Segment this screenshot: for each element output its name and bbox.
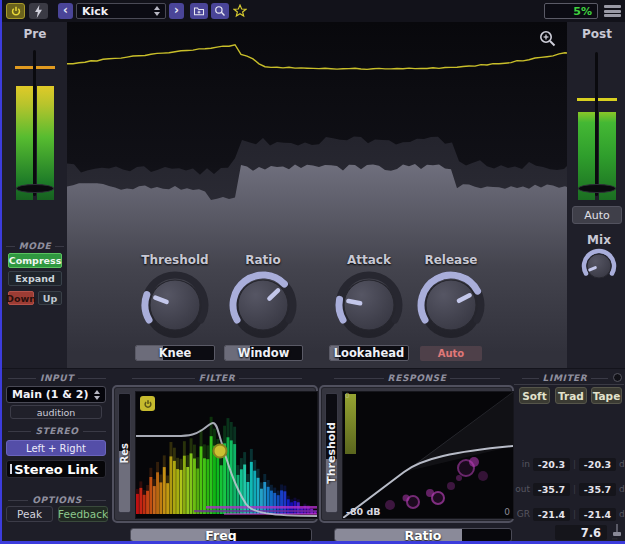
stereo-link-fill bbox=[10, 464, 12, 474]
lightning-icon bbox=[33, 5, 44, 18]
release-auto-button[interactable]: Auto bbox=[420, 346, 482, 361]
pre-meter-label: Pre bbox=[10, 27, 60, 41]
folder-plus-icon bbox=[193, 5, 205, 17]
mode-up-button[interactable]: Up bbox=[38, 291, 62, 305]
bottom-section: INPUT FILTER RESPONSE LIMITER Main (1 & … bbox=[2, 368, 625, 544]
filter-spectrum-display[interactable] bbox=[135, 391, 318, 519]
preset-next-button[interactable]: › bbox=[169, 3, 184, 19]
knee-slider-button[interactable]: Knee bbox=[135, 345, 215, 361]
power-button[interactable] bbox=[6, 3, 25, 19]
stereo-link-slider[interactable]: Stereo Link bbox=[6, 460, 106, 478]
cpu-meter: 5% bbox=[544, 3, 598, 19]
limiter-indicator-dot[interactable] bbox=[613, 373, 622, 382]
threshold-vertical-slider[interactable]: Threshold bbox=[325, 393, 338, 513]
mode-compress-button[interactable]: Compress bbox=[8, 253, 62, 268]
updown-arrows-icon bbox=[94, 390, 100, 400]
next-chevron-icon: › bbox=[174, 4, 179, 18]
ratio-knob[interactable] bbox=[227, 269, 299, 341]
filter-power-button[interactable] bbox=[140, 396, 155, 411]
hamburger-icon bbox=[604, 5, 621, 8]
post-meter[interactable] bbox=[576, 48, 618, 200]
post-auto-button[interactable]: Auto bbox=[572, 206, 622, 224]
freq-slider-label: Freq bbox=[131, 529, 311, 541]
freq-slider[interactable]: Freq bbox=[130, 528, 312, 542]
preset-selector[interactable]: Kick bbox=[76, 3, 166, 19]
filter-panel-frame: Res bbox=[112, 385, 318, 523]
limiter-in-row: in -20.3 | -20.3 dB bbox=[514, 457, 625, 471]
cpu-value: 5% bbox=[573, 5, 592, 18]
titlebar: ‹ Kick › 5% bbox=[2, 0, 625, 22]
peak-button[interactable]: Peak bbox=[6, 506, 53, 522]
feedback-button[interactable]: Feedback bbox=[58, 506, 108, 522]
input-section-header: INPUT bbox=[8, 373, 106, 383]
response-panel-frame: Threshold 0 -80 dB 0 bbox=[319, 385, 514, 523]
limiter-gr-left-value: -21.4 bbox=[533, 508, 570, 521]
input-source-dropdown[interactable]: Main (1 & 2) bbox=[6, 386, 106, 403]
response-zero-top-label: 0 bbox=[345, 392, 349, 400]
post-meter-label: Post bbox=[572, 27, 622, 41]
response-section-header: RESPONSE bbox=[334, 373, 500, 383]
power-icon bbox=[10, 5, 22, 17]
pre-meter-bar-right bbox=[37, 86, 54, 200]
pre-meter[interactable] bbox=[14, 50, 56, 200]
mix-knob[interactable] bbox=[579, 246, 619, 286]
limiter-out-left-value: -35.7 bbox=[533, 483, 570, 496]
limiter-divider bbox=[514, 384, 624, 385]
ratio-slider[interactable]: Ratio bbox=[334, 528, 512, 542]
plugin-window: ‹ Kick › 5% bbox=[0, 0, 625, 544]
post-gain-slider-track[interactable] bbox=[595, 52, 598, 196]
mix-knob-label: Mix bbox=[574, 233, 624, 247]
pre-meter-bar-left bbox=[16, 86, 33, 200]
preset-prev-button[interactable]: ‹ bbox=[58, 3, 73, 19]
main-display-panel: Threshold Ratio Attack Release bbox=[67, 22, 567, 368]
pre-gain-slider-handle[interactable] bbox=[16, 184, 54, 193]
limiter-section-header: LIMITER bbox=[522, 373, 608, 383]
attack-knob[interactable] bbox=[333, 269, 405, 341]
updown-arrows-icon bbox=[154, 6, 160, 16]
ratio-slider-label: Ratio bbox=[335, 529, 511, 541]
response-db-max-label: 0 bbox=[504, 507, 510, 517]
release-knob[interactable] bbox=[415, 269, 487, 341]
limiter-trad-button[interactable]: Trad bbox=[555, 387, 587, 404]
save-preset-button[interactable] bbox=[190, 3, 208, 19]
limiter-out-right-value: -35.7 bbox=[579, 483, 616, 496]
preset-search-button[interactable] bbox=[211, 3, 229, 19]
stereo-mode-button[interactable]: Left + Right bbox=[6, 440, 106, 456]
menu-button[interactable] bbox=[604, 4, 621, 18]
limiter-soft-button[interactable]: Soft bbox=[519, 387, 550, 404]
limiter-out-row: out -35.7 | -35.7 dB bbox=[514, 482, 625, 496]
preset-name: Kick bbox=[82, 5, 108, 18]
limiter-gr-right-value: -21.4 bbox=[579, 508, 616, 521]
response-curve-display[interactable]: 0 -80 dB 0 bbox=[342, 391, 514, 519]
limiter-release-mini-slider[interactable]: ··· bbox=[611, 524, 623, 541]
post-gain-slider-handle[interactable] bbox=[578, 184, 616, 193]
res-slider-label: Res bbox=[119, 443, 130, 463]
stereo-section-header: STEREO bbox=[8, 426, 106, 436]
limiter-tape-button[interactable]: Tape bbox=[591, 387, 622, 404]
mode-section-header: MODE bbox=[6, 241, 64, 251]
threshold-knob[interactable] bbox=[139, 269, 211, 341]
ratio-knob-label: Ratio bbox=[213, 253, 313, 267]
threshold-slider-label: Threshold bbox=[325, 422, 338, 484]
options-section-header: OPTIONS bbox=[8, 495, 106, 505]
mode-expand-button[interactable]: Expand bbox=[8, 271, 62, 286]
response-db-min-label: -80 dB bbox=[346, 506, 381, 517]
power-icon bbox=[143, 399, 153, 409]
release-knob-label: Release bbox=[401, 253, 501, 267]
scope-zoom-icon[interactable] bbox=[539, 30, 557, 48]
window-slider-button[interactable]: Window bbox=[224, 345, 303, 361]
limiter-in-left-value: -20.3 bbox=[533, 458, 570, 471]
search-icon bbox=[214, 5, 226, 17]
limiter-release-value[interactable]: 7.6 bbox=[555, 525, 607, 540]
favorite-button[interactable] bbox=[231, 3, 249, 19]
star-icon bbox=[233, 4, 247, 18]
threshold-knob-label: Threshold bbox=[125, 253, 225, 267]
mode-down-button[interactable]: Down bbox=[8, 291, 34, 305]
audition-button[interactable]: audition bbox=[10, 405, 102, 419]
lookahead-slider-button[interactable]: Lookahead bbox=[329, 345, 409, 361]
pre-gain-slider-track[interactable] bbox=[33, 50, 36, 196]
limiter-in-right-value: -20.3 bbox=[579, 458, 616, 471]
res-vertical-slider[interactable]: Res bbox=[118, 393, 131, 513]
filter-section-header: FILTER bbox=[132, 373, 302, 383]
bypass-button[interactable] bbox=[29, 3, 48, 19]
